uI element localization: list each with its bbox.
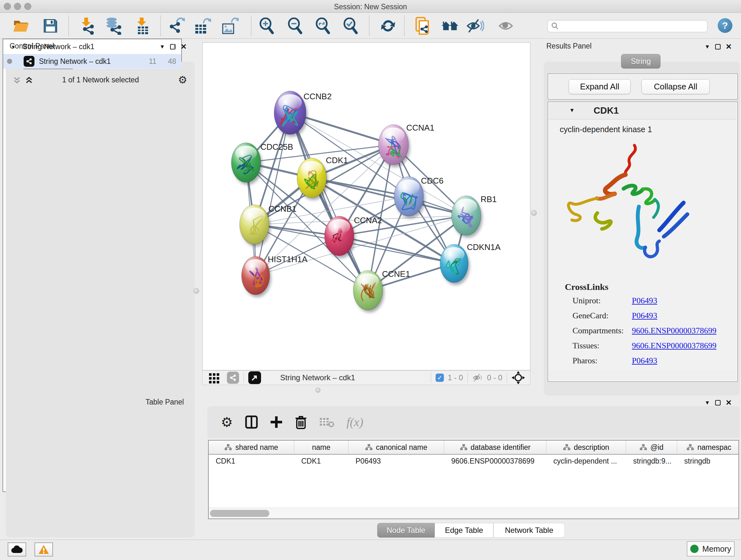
column-header-shared-name[interactable]: shared name bbox=[209, 441, 294, 454]
cloud-status-button[interactable] bbox=[8, 543, 26, 557]
export-table-button[interactable] bbox=[193, 17, 211, 35]
column-header-name[interactable]: name bbox=[294, 441, 348, 454]
close-panel-icon[interactable]: ✕ bbox=[726, 43, 732, 51]
collapse-all-button[interactable]: Collapse All bbox=[642, 79, 710, 94]
search-input[interactable] bbox=[547, 20, 708, 32]
cell-6[interactable]: stringdb bbox=[677, 457, 739, 465]
show-glass-panel-button[interactable] bbox=[497, 17, 515, 35]
network-collection-row[interactable]: ▼ String Network – cdk1 1 bbox=[3, 39, 181, 54]
crosslink-link[interactable]: P06493 bbox=[632, 296, 657, 305]
network-row-selected[interactable]: String Network – cdk1 11 48 bbox=[3, 54, 181, 69]
hidden-count: 0 - 0 bbox=[487, 373, 502, 382]
column-header-namespac[interactable]: namespac bbox=[677, 441, 739, 454]
zoom-in-button[interactable] bbox=[258, 17, 276, 35]
gene-description: cyclin-dependent kinase 1 bbox=[560, 125, 652, 134]
cell-5[interactable]: stringdb:9... bbox=[626, 457, 677, 465]
toolbar-separator bbox=[251, 16, 252, 36]
results-panel-title: Results Panel bbox=[546, 42, 592, 51]
gear-icon[interactable]: ⚙ bbox=[178, 74, 187, 86]
float-menu-icon[interactable]: ▼ bbox=[704, 400, 710, 406]
node-CDC6: CDC6 bbox=[394, 176, 444, 219]
cell-3[interactable]: 9606.ENSP00000378699 bbox=[444, 457, 546, 465]
close-panel-icon[interactable]: ✕ bbox=[181, 43, 187, 51]
fit-selected-crosshair-icon[interactable] bbox=[512, 371, 525, 384]
tree-expander-icon[interactable]: ▼ bbox=[11, 44, 16, 50]
crosslink-row: GeneCard:P06493 bbox=[572, 311, 657, 320]
help-button[interactable]: ? bbox=[718, 18, 732, 33]
string-home-button[interactable] bbox=[441, 17, 459, 35]
float-panel-icon[interactable] bbox=[715, 400, 721, 406]
delete-column-trash-icon[interactable] bbox=[295, 415, 307, 429]
crosslink-link[interactable]: 9606.ENSP00000378699 bbox=[632, 341, 717, 350]
right-splitter-handle[interactable] bbox=[531, 210, 537, 216]
float-panel-icon[interactable] bbox=[715, 44, 721, 50]
tab-node-table[interactable]: Node Table bbox=[377, 523, 434, 538]
node-table[interactable]: shared namenamecanonical namedatabase id… bbox=[208, 440, 739, 519]
selected-checkbox[interactable]: ✓ bbox=[435, 374, 444, 382]
column-header-canonical-name[interactable]: canonical name bbox=[348, 441, 444, 454]
zoom-fit-button[interactable] bbox=[314, 17, 332, 35]
network-canvas[interactable]: CCNB2CCNA1CDC25BCDK1CDC6RB1CCNB1CCNA2CDK… bbox=[202, 43, 530, 370]
network-icon-disabled[interactable] bbox=[227, 372, 239, 384]
cell-2[interactable]: P06493 bbox=[348, 457, 444, 465]
memory-button[interactable]: Memory bbox=[687, 541, 735, 557]
crosslink-row: Tissues:9606.ENSP00000378699 bbox=[572, 341, 717, 351]
cell-0[interactable]: CDK1 bbox=[209, 457, 294, 465]
table-row[interactable]: CDK1CDK1P064939606.ENSP00000378699cyclin… bbox=[209, 455, 738, 468]
node-count: 11 bbox=[149, 57, 157, 66]
node-label-CDC25B: CDC25B bbox=[260, 142, 293, 152]
toolbar-separator bbox=[68, 16, 69, 36]
column-header-description[interactable]: description bbox=[546, 441, 626, 454]
table-settings-gear-icon[interactable]: ⚙ bbox=[221, 415, 233, 430]
birds-eye-view-button[interactable] bbox=[248, 371, 261, 384]
toolbar-separator bbox=[507, 372, 507, 383]
results-panel-window-icons: ▼ ✕ bbox=[704, 43, 732, 51]
open-session-button[interactable] bbox=[12, 17, 30, 35]
entry-expander-icon[interactable]: ▼ bbox=[569, 107, 575, 114]
left-splitter-handle[interactable] bbox=[193, 288, 199, 294]
column-label: @id bbox=[650, 443, 664, 452]
tab-string[interactable]: String bbox=[621, 54, 661, 69]
crosslink-link[interactable]: 9606.ENSP00000378699 bbox=[632, 326, 717, 335]
apply-layout-button[interactable] bbox=[379, 17, 397, 35]
network-graph[interactable]: CCNB2CCNA1CDC25BCDK1CDC6RB1CCNB1CCNA2CDK… bbox=[203, 43, 531, 371]
result-entry-content: cyclin-dependent kinase 1 bbox=[549, 120, 737, 370]
result-entry-header[interactable]: ▼ CDK1 bbox=[549, 103, 737, 119]
column-header-database-identifier[interactable]: database identifier bbox=[444, 441, 546, 454]
export-image-button[interactable] bbox=[221, 17, 239, 35]
warning-status-button[interactable] bbox=[35, 543, 53, 557]
refresh-icon bbox=[380, 17, 396, 34]
cell-4[interactable]: cyclin-dependent ... bbox=[546, 457, 626, 465]
import-network-file-button[interactable] bbox=[78, 17, 96, 35]
crosslink-link[interactable]: P06493 bbox=[632, 311, 657, 320]
import-table-file-button[interactable] bbox=[134, 17, 152, 35]
show-columns-icon[interactable] bbox=[245, 415, 258, 429]
import-network-database-button[interactable] bbox=[105, 17, 123, 35]
column-header-@id[interactable]: @id bbox=[626, 441, 677, 454]
horizontal-splitter-handle[interactable] bbox=[315, 388, 320, 393]
cell-1[interactable]: CDK1 bbox=[294, 457, 348, 465]
hide-glass-panel-button[interactable] bbox=[466, 17, 484, 35]
crosslink-link[interactable]: P06493 bbox=[632, 356, 657, 365]
expand-all-button[interactable]: Expand All bbox=[569, 79, 630, 94]
tab-network-table[interactable]: Network Table bbox=[493, 523, 565, 538]
grid-view-icon[interactable] bbox=[208, 372, 220, 383]
zoom-selected-button[interactable] bbox=[342, 17, 360, 35]
tab-edge-table[interactable]: Edge Table bbox=[434, 523, 493, 538]
node-label-CDKN1A: CDKN1A bbox=[467, 242, 501, 252]
string-protein-query-button[interactable] bbox=[414, 17, 432, 35]
float-menu-icon[interactable]: ▼ bbox=[704, 44, 710, 50]
table-hscrollbar[interactable] bbox=[209, 508, 738, 518]
close-panel-icon[interactable]: ✕ bbox=[726, 398, 732, 407]
hscrollbar-thumb[interactable] bbox=[210, 510, 269, 517]
toolbar-separator bbox=[404, 16, 405, 36]
add-column-icon[interactable] bbox=[270, 416, 283, 428]
column-label: namespac bbox=[697, 443, 731, 452]
export-network-button[interactable] bbox=[168, 17, 186, 35]
hidden-eye-icon[interactable] bbox=[472, 373, 483, 382]
node-label-CCNB2: CCNB2 bbox=[304, 91, 332, 101]
zoom-out-button[interactable] bbox=[286, 17, 304, 35]
save-session-button[interactable] bbox=[42, 17, 59, 35]
node-label-RB1: RB1 bbox=[481, 194, 497, 204]
node-CCNA1: CCNA1 bbox=[379, 123, 434, 167]
